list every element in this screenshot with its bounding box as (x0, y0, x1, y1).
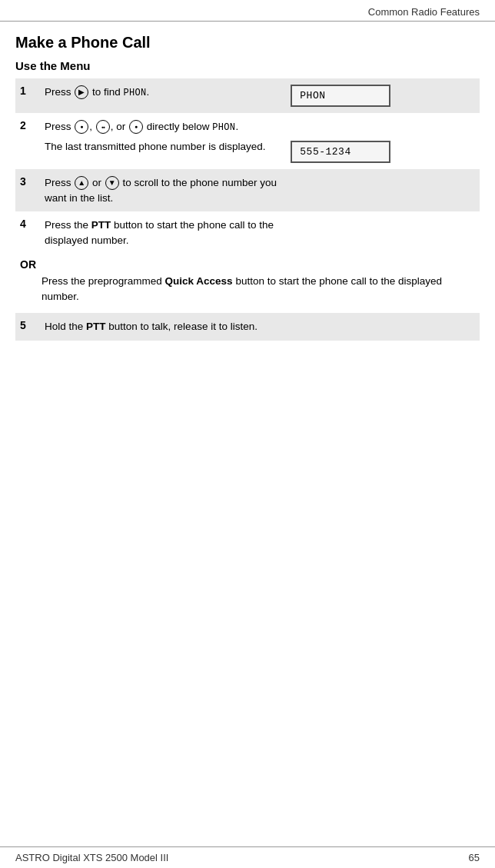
scroll-up-icon: ▲ (75, 176, 88, 190)
or-text-pre: Press the preprogrammed (42, 275, 165, 287)
page-footer: ASTRO Digital XTS 2500 Model III 65 (0, 846, 495, 868)
step-number-2: 2 (15, 113, 40, 169)
step-2-note: The last transmitted phone number is dis… (45, 139, 281, 155)
section-title: Use the Menu (15, 59, 480, 72)
ptt-label-4: PTT (91, 219, 111, 231)
page-wrapper: Common Radio Features Make a Phone Call … (0, 0, 495, 868)
scroll-down-icon: ▼ (105, 176, 119, 190)
table-row: 4 Press the PTT button to start the phon… (15, 211, 480, 254)
step-content-5: Hold the PTT button to talk, release it … (40, 313, 286, 341)
step-visual-5 (286, 313, 480, 341)
step-content-3: Press ▲ or ▼ to scroll to the phone numb… (40, 169, 286, 211)
step-content-1: Press ▶ to find PHON. (40, 78, 286, 113)
table-row: 2 Press , , or directly below PHON. The … (15, 113, 480, 169)
ptt-label-5: PTT (86, 321, 106, 332)
nav-button-icon: ▶ (75, 85, 88, 99)
main-content: Make a Phone Call Use the Menu 1 Press ▶… (0, 22, 495, 601)
step-number-4: 4 (15, 211, 40, 254)
page-header: Common Radio Features (0, 0, 495, 22)
table-row: 1 Press ▶ to find PHON. PHON (15, 78, 480, 113)
footer-right: 65 (469, 852, 480, 863)
step-visual-3 (286, 169, 480, 211)
page-spacer (0, 601, 495, 846)
phon-label-1: PHON (124, 88, 147, 98)
step-visual-2: 555-1234 (286, 113, 480, 169)
step-content-4: Press the PTT button to start the phone … (40, 211, 286, 254)
phon-label-2: PHON (212, 122, 235, 133)
or-label: OR (20, 258, 36, 271)
table-row: 5 Hold the PTT button to talk, release i… (15, 313, 480, 341)
or-sub-row: Press the preprogrammed Quick Access but… (15, 272, 480, 313)
step-number-1: 1 (15, 78, 40, 113)
number-display: 555-1234 (291, 141, 390, 163)
or-row: OR (15, 254, 480, 272)
steps-table: 1 Press ▶ to find PHON. PHON 2 Press , ,… (15, 78, 480, 341)
quick-access-label: Quick Access (165, 275, 233, 287)
step-content-2: Press , , or directly below PHON. The la… (40, 113, 286, 169)
header-title: Common Radio Features (368, 6, 480, 18)
phon-display: PHON (291, 85, 390, 107)
button-2-icon (96, 120, 110, 134)
step-number-5: 5 (15, 313, 40, 341)
button-1-icon (75, 120, 88, 134)
button-3-icon (129, 120, 143, 134)
step-visual-1: PHON (286, 78, 480, 113)
page-title: Make a Phone Call (15, 34, 480, 52)
step-number-3: 3 (15, 169, 40, 211)
table-row: 3 Press ▲ or ▼ to scroll to the phone nu… (15, 169, 480, 211)
step-visual-4 (286, 211, 480, 254)
footer-left: ASTRO Digital XTS 2500 Model III (15, 852, 168, 863)
